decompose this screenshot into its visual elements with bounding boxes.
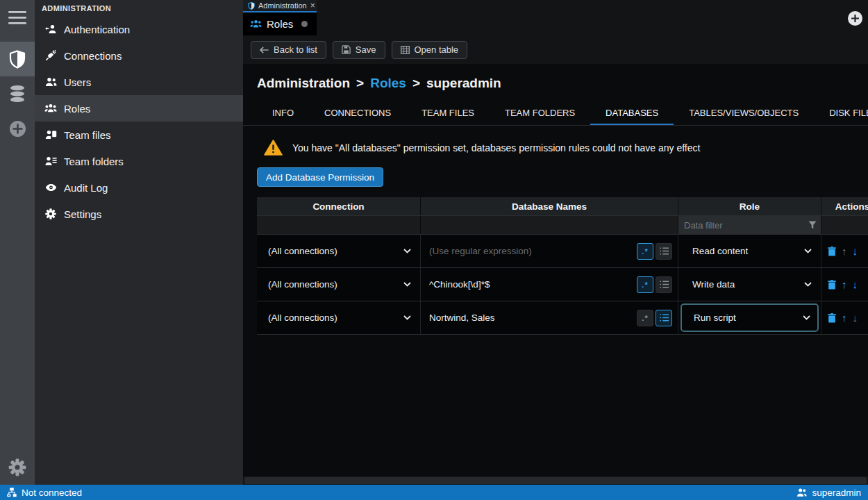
gear-icon [8,458,26,476]
user-icon [796,488,807,497]
regex-toggle-button[interactable]: .* [637,276,653,293]
sidebar-item-users[interactable]: Users [35,69,243,95]
select-value: (All connections) [268,312,337,323]
list-icon [660,281,669,288]
regex-icon: .* [642,315,648,322]
tab-connections[interactable]: CONNECTIONS [309,101,406,125]
roles-icon [250,19,262,29]
column-header-database-names: Database Names [421,197,678,215]
role-select[interactable]: Read content [678,235,821,267]
add-circle-icon [9,120,26,138]
back-arrow-icon [260,47,269,53]
sidebar-item-audit-log[interactable]: Audit Log [35,174,243,201]
select-value: Write data [692,279,735,290]
table-row: (All connections) Nortwind, Sales .* Run… [257,301,868,334]
column-header-actions: Actions [821,197,868,215]
sidebar-item-label: Authentication [64,24,130,35]
list-toggle-button[interactable] [656,276,672,293]
list-toggle-button[interactable] [656,243,672,260]
back-to-list-button[interactable]: Back to list [251,41,326,59]
connection-select[interactable]: (All connections) [257,301,420,334]
role-select-focused[interactable]: Run script [681,303,819,332]
window-tabstrip: Administration × [243,0,868,12]
sidebar-item-connections[interactable]: Connections [35,42,243,69]
rail-item-databases[interactable] [0,76,35,111]
sidebar-item-authentication[interactable]: Authentication [35,16,243,42]
tab-team-files[interactable]: TEAM FILES [406,101,490,125]
regex-toggle-button[interactable]: .* [637,310,653,326]
sidebar-item-label: Settings [64,208,101,220]
modified-dot-icon [301,21,308,27]
move-up-button[interactable]: ↑ [842,246,847,256]
select-value: Read content [692,246,748,256]
menu-button[interactable] [0,0,35,35]
role-select[interactable]: Write data [678,268,821,301]
table-filter-row [257,215,868,234]
tab-label: Administration [258,1,307,10]
rail-item-administration[interactable] [0,42,35,76]
tab-label: Roles [267,18,293,30]
role-filter-input[interactable] [678,216,821,234]
move-down-button[interactable]: ↓ [853,279,858,290]
scrollbar-thumb[interactable] [244,477,867,484]
tab-disk-files[interactable]: DISK FILES [814,101,868,125]
shield-admin-icon [9,50,26,69]
tab-roles-page[interactable]: Roles [243,12,317,35]
connection-status: Not connected [7,488,82,498]
open-table-button[interactable]: Open table [392,41,468,59]
chevron-down-icon [403,282,411,287]
list-toggle-button[interactable] [656,310,672,326]
save-icon [342,45,351,54]
sidebar-item-roles[interactable]: Roles [35,95,243,122]
list-icon [660,247,669,255]
sidebar-item-settings[interactable]: Settings [35,201,243,227]
add-database-permission-button[interactable]: Add Database Permission [257,167,383,187]
connection-status-text: Not connected [22,488,82,498]
delete-row-button[interactable] [828,280,836,290]
rail-add-button[interactable] [0,111,35,146]
sidebar-item-team-files[interactable]: Team files [35,122,243,148]
horizontal-scrollbar[interactable] [243,476,868,485]
tab-team-folders[interactable]: TEAM FOLDERS [490,101,590,125]
tab-info[interactable]: INFO [257,101,309,125]
filter-cell-actions [821,216,868,234]
table-grid-icon [401,46,410,54]
database-names-cell: ^Chinook[\d]*$ .* [421,268,678,301]
tab-tables-views-objects[interactable]: TABLES/VIEWS/OBJECTS [674,101,814,125]
database-names-input[interactable]: (Use regular expression) [429,246,635,256]
warning-icon [264,140,283,156]
page-tabstrip: Roles [243,12,868,35]
shield-admin-icon [248,2,255,10]
delete-row-button[interactable] [828,247,836,256]
role-cell: Run script [678,301,821,334]
move-up-button[interactable]: ↑ [842,312,847,323]
save-button[interactable]: Save [333,41,385,59]
tab-administration[interactable]: Administration × [243,0,317,12]
database-names-input[interactable]: Nortwind, Sales [429,312,635,323]
breadcrumb-roles-link[interactable]: Roles [370,76,406,91]
move-down-button[interactable]: ↓ [853,312,858,323]
filter-funnel-icon[interactable] [808,221,817,229]
delete-row-button[interactable] [828,313,836,323]
trash-icon [828,313,836,323]
tab-databases[interactable]: DATABASES [590,101,674,125]
sidebar-item-team-folders[interactable]: Team folders [35,148,243,174]
regex-toggle-button[interactable]: .* [637,243,653,260]
connection-select[interactable]: (All connections) [257,235,420,267]
move-up-button[interactable]: ↑ [842,279,847,290]
connection-cell: (All connections) [257,268,421,301]
rail-settings-button[interactable] [0,458,35,476]
connection-cell: (All connections) [257,301,421,334]
move-down-button[interactable]: ↓ [853,246,858,256]
database-names-input[interactable]: ^Chinook[\d]*$ [429,279,635,290]
eye-icon [44,183,57,192]
users-icon [44,76,57,88]
connection-select[interactable]: (All connections) [257,268,420,301]
table-row: (All connections) (Use regular expressio… [257,234,868,267]
new-connection-button[interactable] [848,11,862,26]
button-label: Save [356,44,376,55]
close-icon[interactable]: × [310,2,315,9]
detail-tabs: INFO CONNECTIONS TEAM FILES TEAM FOLDERS… [243,101,868,126]
role-cell: Read content [678,235,821,267]
roles-icon [44,103,57,114]
